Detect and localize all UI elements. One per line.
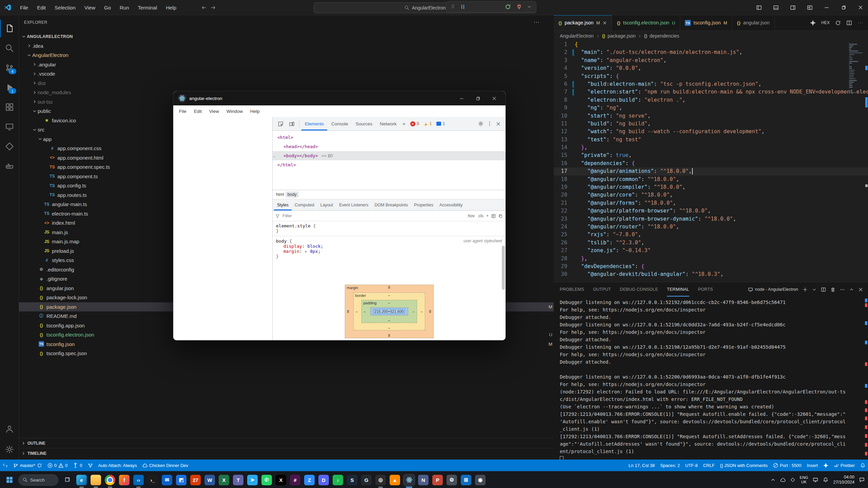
panel-close-button[interactable]	[858, 287, 863, 292]
copilot-button[interactable]	[810, 20, 816, 26]
tree-item-tsconfig.spec.json[interactable]: {}tsconfig.spec.json	[19, 349, 567, 358]
styles-filter-input[interactable]: Filter	[282, 214, 292, 218]
restart-button[interactable]	[505, 4, 511, 10]
electron-close-button[interactable]	[487, 93, 501, 103]
activity-accounts[interactable]	[0, 420, 19, 438]
electron-menu-window[interactable]: Window	[223, 109, 246, 114]
devtools-tab-sources[interactable]: Sources	[352, 117, 376, 130]
taskbar-obs[interactable]: ◎	[375, 475, 386, 485]
css-rule-selector[interactable]: element.style {	[276, 223, 502, 228]
content-size-value[interactable]: 215.200×521.600	[374, 309, 405, 314]
status-cursor-position[interactable]: Ln 17, Col 38	[626, 460, 657, 471]
taskbar-zoom[interactable]: Z	[304, 475, 315, 485]
tab-close-button[interactable]	[603, 21, 607, 25]
taskbar-chrome[interactable]	[105, 475, 115, 485]
devtools-settings-button[interactable]	[478, 121, 484, 126]
disconnect-button[interactable]	[516, 4, 522, 10]
menu-help[interactable]: Help	[161, 2, 181, 13]
taskbar-search[interactable]: Search	[18, 474, 58, 486]
hex-button[interactable]: HEX	[821, 20, 830, 25]
start-button[interactable]	[4, 475, 15, 485]
tree-item-tsconfig.json[interactable]: TStsconfig.jsonM	[19, 340, 567, 349]
electron-restore-button[interactable]	[471, 93, 485, 103]
tree-item-.idea[interactable]: .idea	[19, 41, 561, 50]
styles-tab-styles[interactable]: Styles	[274, 199, 292, 210]
menu-file[interactable]: File	[16, 2, 33, 13]
code-editor[interactable]: 1{2 "main": "./out-tsc/electron-main/ele…	[554, 41, 868, 282]
window-close-button[interactable]	[853, 0, 868, 15]
taskbar-electron-app[interactable]	[404, 475, 414, 485]
status-language-mode[interactable]: {} JSON with Comments	[717, 460, 770, 471]
status-debug-forwarded[interactable]	[85, 460, 96, 471]
tray-hidden-icons[interactable]	[771, 477, 775, 482]
section-outline[interactable]: OUTLINE	[19, 438, 554, 448]
status-git-branch[interactable]: master*	[11, 460, 45, 471]
taskbar-whatsapp[interactable]: ✆	[261, 475, 272, 485]
panel-tab-ports[interactable]: PORTS	[698, 282, 713, 297]
devtools-tab-network[interactable]: Network	[376, 117, 400, 130]
menu-go[interactable]: Go	[100, 2, 115, 13]
devtools-styles-pane[interactable]: element.style {}body {user agent stylesh…	[273, 221, 506, 261]
css-declaration[interactable]: margin: ▸ 8px;	[276, 249, 502, 254]
taskbar-firefox[interactable]: f	[119, 475, 130, 485]
breadcrumb-item[interactable]: dependencies	[650, 33, 679, 39]
step-into-button[interactable]	[482, 4, 488, 10]
activity-extensions[interactable]	[0, 98, 19, 116]
panel-tab-debug-console[interactable]: DEBUG CONSOLE	[620, 282, 658, 297]
network-icon[interactable]	[813, 477, 818, 483]
panel-plus-button[interactable]	[803, 287, 808, 292]
activity-explorer[interactable]	[0, 20, 19, 37]
panel-tab-output[interactable]: OUTPUT	[593, 282, 611, 297]
more-actions-button[interactable]	[857, 20, 863, 26]
devtools-tab-elements[interactable]: Elements	[301, 117, 327, 130]
styles-tab-computed[interactable]: Computed	[292, 199, 317, 210]
status-eol[interactable]: CRLF	[701, 460, 717, 471]
status-copilot[interactable]	[821, 460, 831, 471]
styles-tab-accessibility[interactable]: Accessibility	[436, 199, 466, 210]
devtools-tab-console[interactable]: Console	[328, 117, 352, 130]
debug-toolbar[interactable]: ⠿	[446, 1, 536, 13]
taskbar-spotify[interactable]: ♪	[333, 475, 343, 485]
devtools-warning-count[interactable]: ▲1	[422, 121, 434, 126]
step-over-button[interactable]	[471, 4, 477, 10]
menu-view[interactable]: View	[80, 2, 100, 13]
dom-node[interactable]: <head></head>	[273, 142, 506, 151]
tree-item-angularelectron[interactable]: AngularElectron	[19, 50, 561, 60]
chevron-down-button[interactable]	[527, 5, 531, 9]
devtools-dom-tree[interactable]: <html><head></head>…<body></body>== $0</…	[273, 131, 506, 190]
volume-icon[interactable]	[823, 477, 828, 483]
step-out-button[interactable]	[494, 4, 500, 10]
panel-tab-problems[interactable]: PROBLEMS	[560, 282, 584, 297]
taskbar-excel[interactable]: X	[219, 475, 229, 485]
taskbar-slack[interactable]: #	[290, 475, 300, 485]
status-notifications[interactable]	[857, 460, 868, 471]
styles-tab-layout[interactable]: Layout	[317, 199, 336, 210]
tab-package.json[interactable]: {}package.jsonM	[554, 15, 612, 30]
arrow-left-icon[interactable]	[201, 5, 207, 11]
terminal-output[interactable]: Debugger listening on ws://127.0.0.1:521…	[560, 299, 858, 464]
layout-panel-button[interactable]	[768, 0, 783, 15]
activity-settings[interactable]	[0, 441, 19, 458]
device-toolbar-icon[interactable]	[287, 121, 297, 127]
breadcrumb-item[interactable]: AngularElectron	[560, 33, 594, 39]
taskbar-notepad[interactable]: N	[418, 475, 429, 485]
tab-tsconfig.json[interactable]: TStsconfig.jsonM	[680, 15, 732, 30]
css-declaration[interactable]: display: block;	[276, 244, 502, 249]
filter-action-cls[interactable]: .cls	[477, 214, 484, 218]
styles-tab-dom-breakpoints[interactable]: DOM Breakpoints	[371, 199, 411, 210]
activity-azure[interactable]	[0, 138, 19, 155]
section-timeline[interactable]: TIMELINE	[19, 448, 554, 458]
copy-icon[interactable]	[498, 214, 503, 218]
panel-trash-button[interactable]	[830, 287, 835, 292]
electron-menu-view[interactable]: View	[205, 109, 223, 114]
activity-search[interactable]	[0, 39, 19, 57]
menu-selection[interactable]: Selection	[50, 2, 80, 13]
drag-grip-button[interactable]: ⠿	[451, 4, 455, 9]
activity-docker[interactable]	[0, 157, 19, 175]
menu-edit[interactable]: Edit	[33, 2, 50, 13]
dom-node[interactable]: …<body></body>== $0	[273, 151, 506, 160]
tree-item-.angular[interactable]: .angular	[19, 60, 567, 69]
tree-item-dist[interactable]: dist	[19, 79, 567, 88]
taskbar-task-view[interactable]: ❐	[62, 475, 73, 485]
dom-node[interactable]: </html>	[273, 160, 506, 169]
